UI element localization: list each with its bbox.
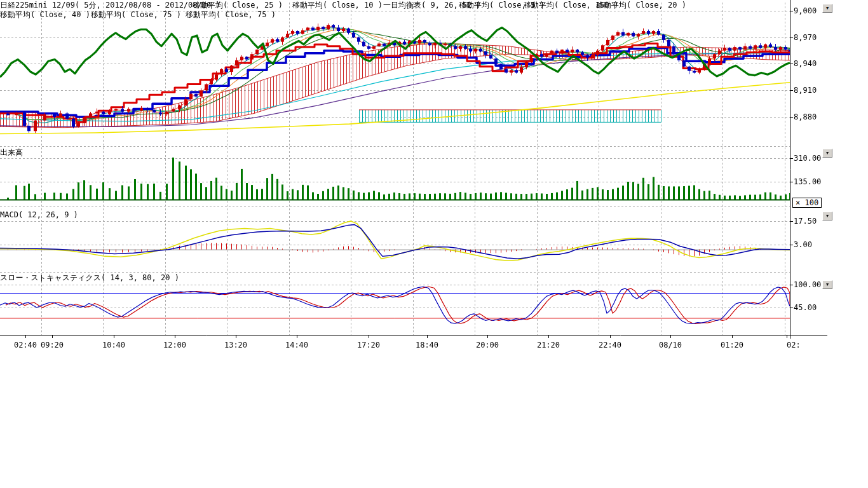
time-label: 20:00 (476, 341, 499, 349)
time-label: 02: (787, 341, 801, 349)
macd-axis-label: 17.50 (794, 217, 817, 226)
legend-item: 移動平均( Close, 40 ) (0, 10, 90, 19)
legend-item: 移動平均( Close, 75 ) (186, 10, 276, 19)
price-axis-label: 8,940 (794, 59, 817, 68)
legend-item: 移動平均( Close, 10 ) (292, 1, 383, 10)
price-axis-label: 8,970 (794, 33, 817, 42)
time-label: 12:00 (163, 341, 186, 349)
legend-item: 移動平均( Close, 25 ) (193, 1, 283, 10)
dropdown-button-price[interactable]: ▼ (822, 4, 832, 13)
time-label: 21:20 (537, 341, 560, 349)
chart-canvas (0, 0, 868, 488)
dropdown-button-macd[interactable]: ▼ (822, 212, 832, 220)
chevron-down-icon: ▼ (826, 214, 829, 219)
time-label: 13:20 (224, 341, 247, 349)
chevron-down-icon: ▼ (826, 6, 829, 11)
price-axis-label: 9,000 (794, 6, 817, 15)
price-axis-label: 8,910 (794, 86, 817, 95)
time-label: 01:20 (721, 341, 743, 349)
chevron-down-icon: ▼ (826, 282, 829, 287)
legend-item: 移動平均( Close, 20 ) (596, 1, 686, 10)
time-label: 14:40 (285, 341, 308, 349)
time-label: 08/10 (659, 341, 682, 349)
stoch-axis-label: 45.00 (794, 303, 817, 312)
dropdown-button-stoch[interactable]: ▼ (822, 280, 832, 289)
time-label: 17:20 (357, 341, 380, 349)
time-label: 22:40 (599, 341, 621, 349)
time-label: 10:40 (102, 341, 125, 349)
time-label: 02:40 (14, 341, 37, 349)
volume-axis-label: 135.00 (794, 177, 821, 186)
chevron-down-icon: ▼ (826, 151, 829, 156)
time-label: 09:20 (41, 341, 64, 349)
stochastics-pane-label: スロー・ストキャスティクス( 14, 3, 80, 20 ) (0, 273, 179, 282)
time-label: 18:40 (416, 341, 438, 349)
volume-axis-label: 310.00 (794, 154, 821, 163)
legend-item: 移動平均( Close, 75 ) (91, 10, 181, 19)
price-axis-label: 8,880 (794, 112, 817, 121)
stoch-axis-label: 100.00 (794, 280, 821, 289)
legend-item: 日経225mini 12/09( 5分, 2012/08/08 - 2012/0… (0, 1, 220, 10)
chart-window: 日経225mini 12/09( 5分, 2012/08/08 - 2012/0… (0, 0, 868, 488)
volume-pane-label: 出来高 (0, 148, 23, 157)
dropdown-button-volume[interactable]: ▼ (822, 149, 832, 158)
macd-pane-label: MACD( 12, 26, 9 ) (0, 210, 78, 219)
macd-axis-label: 3.00 (794, 240, 812, 249)
volume-multiplier-badge: × 100 (792, 198, 822, 208)
